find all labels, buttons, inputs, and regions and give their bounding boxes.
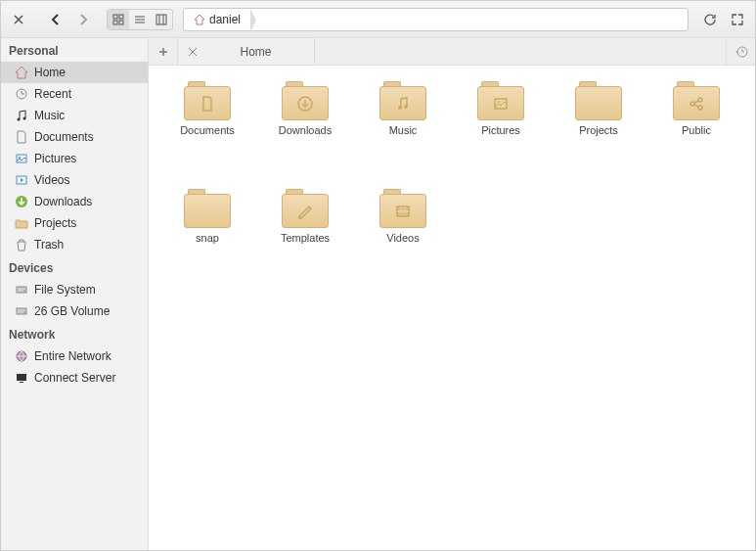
sidebar-section-header: Network bbox=[1, 322, 148, 345]
sidebar-item-connect-server[interactable]: Connect Server bbox=[1, 367, 148, 389]
svg-rect-12 bbox=[17, 287, 26, 293]
sidebar-item-videos[interactable]: Videos bbox=[1, 169, 148, 191]
recent-icon bbox=[15, 87, 28, 101]
sidebar-item-file-system[interactable]: File System bbox=[1, 279, 148, 300]
sidebar-item-music[interactable]: Music bbox=[1, 105, 148, 126]
folder-icon bbox=[184, 189, 231, 228]
close-window-button[interactable] bbox=[7, 8, 30, 31]
svg-point-24 bbox=[498, 101, 500, 103]
sidebar-item-label: 26 GB Volume bbox=[34, 304, 110, 318]
document-icon bbox=[15, 130, 28, 144]
svg-rect-4 bbox=[156, 15, 166, 24]
svg-rect-2 bbox=[113, 21, 117, 24]
folder-icon bbox=[379, 189, 426, 228]
sidebar-item-entire-network[interactable]: Entire Network bbox=[1, 345, 148, 367]
history-button[interactable] bbox=[726, 38, 755, 65]
sidebar-item-label: Downloads bbox=[34, 195, 92, 208]
sidebar-item-label: Entire Network bbox=[34, 349, 111, 363]
reload-button[interactable] bbox=[698, 8, 722, 31]
column-view-button[interactable] bbox=[151, 10, 172, 29]
svg-point-15 bbox=[23, 311, 25, 313]
toolbar: daniel bbox=[1, 1, 755, 38]
svg-point-26 bbox=[698, 98, 702, 102]
svg-rect-17 bbox=[17, 374, 26, 381]
sidebar-item-projects[interactable]: Projects bbox=[1, 212, 148, 234]
disk-icon bbox=[15, 283, 28, 297]
sidebar-item-downloads[interactable]: Downloads bbox=[1, 191, 148, 212]
sidebar-section-header: Personal bbox=[1, 38, 148, 62]
tab-bar: Home bbox=[149, 38, 755, 66]
folder-documents[interactable]: Documents bbox=[158, 81, 256, 169]
close-tab-icon[interactable] bbox=[186, 45, 200, 59]
main-area: Home DocumentsDownloadsMusicPicturesProj… bbox=[149, 38, 755, 550]
svg-point-21 bbox=[398, 106, 402, 110]
folder-label: Downloads bbox=[279, 124, 332, 136]
svg-rect-14 bbox=[17, 308, 26, 314]
network-icon bbox=[15, 349, 28, 363]
folder-icon bbox=[282, 81, 329, 120]
folder-icon bbox=[379, 81, 426, 120]
sidebar-item-pictures[interactable]: Pictures bbox=[1, 148, 148, 169]
folder-snap[interactable]: snap bbox=[158, 189, 256, 277]
screen-icon bbox=[15, 371, 28, 385]
main-body: PersonalHomeRecentMusicDocumentsPictures… bbox=[1, 38, 755, 550]
sidebar-item-label: Music bbox=[34, 109, 65, 122]
folder-label: Music bbox=[389, 124, 418, 136]
folder-grid: DocumentsDownloadsMusicPicturesProjectsP… bbox=[149, 66, 755, 550]
forward-button[interactable] bbox=[71, 8, 95, 31]
folder-downloads[interactable]: Downloads bbox=[256, 81, 354, 169]
sidebar-item-documents[interactable]: Documents bbox=[1, 126, 148, 148]
sidebar-item-label: Recent bbox=[34, 87, 71, 101]
sidebar-item-label: Videos bbox=[34, 173, 69, 187]
videos-icon bbox=[15, 173, 28, 187]
svg-rect-18 bbox=[20, 382, 23, 383]
svg-point-6 bbox=[18, 118, 21, 121]
folder-label: Videos bbox=[386, 232, 419, 244]
svg-rect-1 bbox=[119, 15, 123, 19]
folder-label: Templates bbox=[281, 232, 330, 244]
folder-icon bbox=[15, 216, 28, 230]
svg-point-13 bbox=[23, 290, 25, 292]
sidebar-item-home[interactable]: Home bbox=[1, 62, 148, 83]
folder-music[interactable]: Music bbox=[354, 81, 452, 169]
icon-view-button[interactable] bbox=[108, 10, 129, 29]
svg-point-7 bbox=[23, 117, 26, 120]
sidebar-item-label: Pictures bbox=[34, 152, 76, 165]
folder-pictures[interactable]: Pictures bbox=[452, 81, 550, 169]
svg-rect-23 bbox=[495, 99, 507, 109]
folder-label: Documents bbox=[180, 124, 235, 136]
sidebar-item-label: File System bbox=[34, 283, 96, 297]
folder-label: snap bbox=[196, 232, 219, 244]
back-button[interactable] bbox=[44, 8, 67, 31]
breadcrumb-segment-home[interactable]: daniel bbox=[184, 9, 250, 30]
sidebar-item-trash[interactable]: Trash bbox=[1, 234, 148, 255]
tab-home[interactable]: Home bbox=[178, 38, 315, 65]
folder-icon bbox=[575, 81, 622, 120]
svg-point-25 bbox=[690, 102, 694, 106]
folder-videos[interactable]: Videos bbox=[354, 189, 452, 277]
folder-icon bbox=[184, 81, 231, 120]
breadcrumb[interactable]: daniel bbox=[183, 8, 689, 31]
sidebar-item-26-gb-volume[interactable]: 26 GB Volume bbox=[1, 300, 148, 322]
maximize-button[interactable] bbox=[726, 8, 749, 31]
disk-icon bbox=[15, 304, 28, 318]
folder-label: Public bbox=[682, 124, 711, 136]
folder-icon bbox=[673, 81, 720, 120]
folder-public[interactable]: Public bbox=[647, 81, 745, 169]
svg-rect-0 bbox=[113, 15, 117, 19]
sidebar-item-recent[interactable]: Recent bbox=[1, 83, 148, 105]
tab-label: Home bbox=[205, 45, 306, 59]
svg-point-22 bbox=[404, 105, 408, 109]
svg-point-27 bbox=[698, 106, 702, 110]
folder-projects[interactable]: Projects bbox=[550, 81, 647, 169]
list-view-button[interactable] bbox=[129, 10, 151, 29]
folder-icon bbox=[282, 189, 329, 228]
sidebar: PersonalHomeRecentMusicDocumentsPictures… bbox=[1, 38, 149, 550]
folder-templates[interactable]: Templates bbox=[256, 189, 354, 277]
breadcrumb-label: daniel bbox=[209, 13, 241, 26]
sidebar-item-label: Documents bbox=[34, 130, 94, 144]
sidebar-item-label: Trash bbox=[34, 238, 64, 252]
new-tab-button[interactable] bbox=[149, 38, 178, 65]
home-icon bbox=[15, 66, 28, 79]
home-icon bbox=[194, 14, 205, 25]
